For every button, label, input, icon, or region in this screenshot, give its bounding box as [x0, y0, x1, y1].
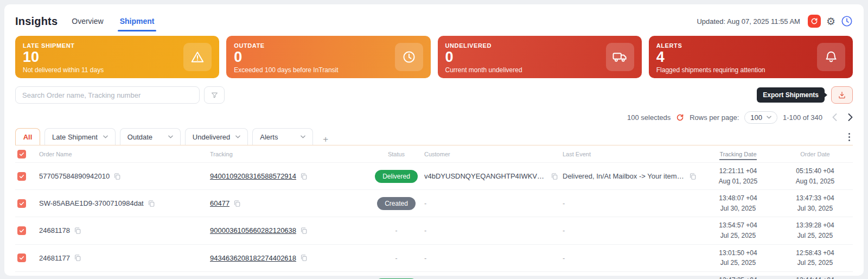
- copy-icon[interactable]: [300, 227, 308, 234]
- export-tooltip: Export Shipments: [757, 87, 825, 103]
- tracking-link[interactable]: 60477: [210, 199, 229, 207]
- copy-icon[interactable]: [74, 254, 81, 262]
- order-name: 24681177: [39, 254, 70, 262]
- filter-tab-undelivered[interactable]: Undelivered: [185, 128, 248, 145]
- filter-tab-label: Late Shipment: [52, 133, 98, 141]
- status-badge: Created: [377, 197, 416, 210]
- copy-icon[interactable]: [551, 173, 558, 180]
- card-late-shipment[interactable]: LATE SHIPMENT 10 Not delivered within 11…: [15, 36, 219, 78]
- last-event: -: [563, 254, 565, 262]
- page-title: Insights: [15, 15, 58, 28]
- card-alerts[interactable]: ALERTS 4 Flagged shipments requiring att…: [649, 36, 853, 78]
- copy-icon[interactable]: [233, 200, 241, 207]
- filter-tabs: All Late Shipment Outdate Undelivered Al…: [15, 128, 853, 145]
- tracking-link[interactable]: 9400109208316588572914: [210, 172, 296, 180]
- status-badge: Delivered: [375, 170, 418, 183]
- add-filter-tab-button[interactable]: +: [320, 134, 331, 145]
- table-row[interactable]: SW-85ABAE1D9-3700710984dat 60477 Created…: [15, 190, 853, 217]
- order-name: SW-85ABAE1D9-3700710984dat: [39, 199, 144, 207]
- col-last-event[interactable]: Last Event: [560, 145, 699, 163]
- table-row[interactable]: 24681177 9434636208182274402618 - - - 13…: [15, 244, 853, 271]
- copy-icon[interactable]: [689, 173, 697, 180]
- row-checkbox[interactable]: [17, 172, 26, 181]
- filter-tab-alerts[interactable]: Alerts: [252, 128, 313, 145]
- copy-icon[interactable]: [148, 200, 155, 207]
- bell-icon: [817, 43, 845, 71]
- col-tracking-date[interactable]: Tracking Date: [719, 151, 756, 160]
- page-nav: [832, 113, 853, 121]
- order-date: 13:39:28 +04Jul 25, 2025: [780, 220, 851, 240]
- stat-cards: LATE SHIPMENT 10 Not delivered within 11…: [15, 36, 853, 78]
- last-event: Delivered, In/At Mailbox -> Your item wa…: [563, 172, 685, 180]
- rows-per-page-label: Rows per page:: [690, 113, 739, 122]
- card-outdate[interactable]: OUTDATE 0 Exceeded 100 days before InTra…: [226, 36, 430, 78]
- tracking-date: 13:01:50 +04Jul 25, 2025: [701, 248, 775, 268]
- tracking-link[interactable]: 9000036105660282120638: [210, 226, 296, 234]
- tab-shipment[interactable]: Shipment: [120, 12, 155, 30]
- filter-tab-label: Undelivered: [193, 133, 230, 141]
- rows-per-page-select[interactable]: 100: [744, 111, 777, 124]
- chevron-down-icon: [168, 135, 173, 138]
- prev-page-icon[interactable]: [832, 113, 837, 121]
- order-date: 05:15:40 +04Aug 01, 2025: [780, 166, 851, 186]
- select-all-checkbox[interactable]: [17, 150, 26, 158]
- refresh-icon: [810, 17, 818, 25]
- order-name: 24681178: [39, 226, 70, 234]
- order-date: 12:58:43 +04Jul 25, 2025: [780, 248, 851, 268]
- insights-panel: Insights Overview Shipment Updated: Aug …: [4, 4, 864, 276]
- deselect-refresh-icon[interactable]: [676, 113, 684, 122]
- status-badge: -: [395, 227, 398, 234]
- filter-tab-label: Outdate: [127, 133, 152, 141]
- filter-tab-all[interactable]: All: [15, 128, 40, 145]
- col-status[interactable]: Status: [371, 145, 422, 163]
- clock-icon: [395, 43, 423, 71]
- col-order-date[interactable]: Order Date: [777, 145, 853, 163]
- updated-timestamp: Updated: Aug 07, 2025 11:55 AM: [697, 17, 800, 26]
- export-area: Export Shipments: [757, 86, 853, 104]
- filter-tab-label: All: [23, 133, 33, 141]
- table-row[interactable]: 577057584890942010 940010920831658857291…: [15, 163, 853, 190]
- chevron-down-icon: [301, 135, 305, 138]
- col-order-name[interactable]: Order Name: [37, 145, 208, 163]
- export-shipments-button[interactable]: [831, 86, 853, 104]
- toolbar: Export Shipments: [15, 86, 853, 104]
- order-name: 577057584890942010: [39, 172, 110, 180]
- row-checkbox[interactable]: [17, 199, 26, 208]
- card-subtitle: Exceeded 100 days before InTransit: [234, 66, 423, 74]
- col-tracking[interactable]: Tracking: [208, 145, 371, 163]
- table-header-row: Order Name Tracking Status Customer Last…: [15, 145, 853, 163]
- copy-icon[interactable]: [300, 173, 308, 180]
- tab-overview[interactable]: Overview: [72, 12, 103, 30]
- order-date: 13:47:33 +04Jul 30, 2025: [780, 193, 851, 213]
- row-checkbox[interactable]: [17, 226, 26, 235]
- card-undelivered[interactable]: UNDELIVERED 0 Current month undelivered: [438, 36, 642, 78]
- next-page-icon[interactable]: [848, 113, 853, 121]
- settings-gear-icon[interactable]: ⚙: [826, 16, 835, 27]
- shipments-table: Order Name Tracking Status Customer Last…: [15, 145, 853, 279]
- history-clock-icon[interactable]: [841, 15, 853, 27]
- table-row[interactable]: 24681176 9200190374699307626719 Delivere…: [15, 271, 853, 279]
- rows-per-page-value: 100: [750, 113, 762, 122]
- filter-tab-late-shipment[interactable]: Late Shipment: [44, 128, 116, 145]
- customer: -: [424, 254, 426, 262]
- filter-tab-outdate[interactable]: Outdate: [120, 128, 181, 145]
- tracking-date: 13:54:57 +04Jul 25, 2025: [701, 220, 775, 240]
- filter-button[interactable]: [204, 86, 225, 104]
- status-badge: -: [395, 255, 398, 262]
- table-row[interactable]: 24681178 9000036105660282120638 - - - 13…: [15, 217, 853, 244]
- table-menu-dots-icon[interactable]: [847, 131, 852, 143]
- tracking-link[interactable]: 9434636208182274402618: [210, 254, 296, 262]
- row-checkbox[interactable]: [17, 253, 26, 262]
- copy-icon[interactable]: [113, 173, 121, 180]
- last-event: -: [563, 226, 565, 234]
- customer: -: [424, 199, 426, 207]
- search-input[interactable]: [15, 86, 200, 104]
- copy-icon[interactable]: [74, 227, 81, 234]
- copy-icon[interactable]: [300, 254, 308, 262]
- refresh-button[interactable]: [808, 15, 821, 28]
- warning-triangle-icon: [183, 43, 212, 71]
- col-customer[interactable]: Customer: [422, 145, 560, 163]
- chevron-down-icon: [103, 135, 108, 138]
- last-event: -: [563, 199, 565, 207]
- tracking-date: 12:47:25 +04Jul 25, 2025: [701, 275, 775, 279]
